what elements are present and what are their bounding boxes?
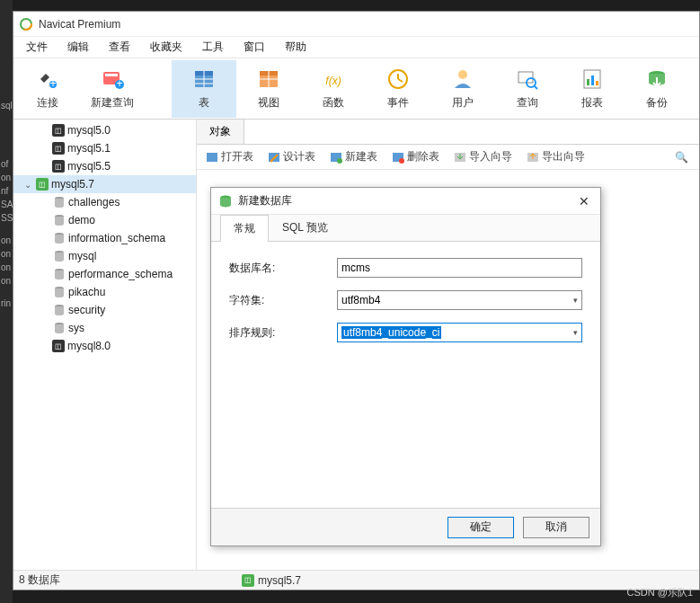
new-database-dialog: 新建数据库 ✕ 常规 SQL 预览 数据库名: 字符集: utf8mb4 ▾ 排…: [210, 187, 601, 546]
status-connection: mysql5.7: [258, 574, 301, 587]
dialog-titlebar[interactable]: 新建数据库 ✕: [211, 188, 600, 215]
dialog-ok-button[interactable]: 确定: [447, 517, 514, 538]
fx-icon: f(x): [321, 67, 346, 92]
menu-help[interactable]: 帮助: [276, 37, 315, 58]
export-icon: [527, 151, 539, 164]
database-icon: [53, 232, 66, 244]
collapse-icon[interactable]: ⌄: [22, 180, 33, 190]
connection-icon: ◫: [52, 124, 65, 137]
database-icon: [53, 322, 66, 334]
tree-conn-mysql50[interactable]: ◫mysql5.0: [13, 121, 196, 139]
tree-db-performance-schema[interactable]: performance_schema: [13, 265, 196, 283]
toolbar-event[interactable]: 事件: [366, 60, 430, 118]
tree-db-mysql[interactable]: mysql: [13, 247, 196, 265]
toolbar-connect[interactable]: + 连接: [15, 60, 80, 118]
select-charset[interactable]: utf8mb4 ▾: [337, 290, 582, 310]
btn-open-table[interactable]: 打开表: [202, 147, 257, 166]
chevron-down-icon: ▾: [573, 296, 578, 305]
backup-icon: [644, 67, 669, 92]
search-icon[interactable]: 🔍: [675, 151, 694, 164]
label-db-name: 数据库名:: [229, 261, 337, 276]
menu-edit[interactable]: 编辑: [58, 37, 98, 58]
dialog-body: 数据库名: 字符集: utf8mb4 ▾ 排序规则: utf8mb4_unico…: [211, 242, 600, 508]
connection-active-icon: ◫: [242, 574, 254, 587]
menu-tools[interactable]: 工具: [193, 37, 233, 58]
database-icon: [53, 196, 66, 208]
connection-icon: ◫: [52, 340, 65, 352]
select-collation[interactable]: utf8mb4_unicode_ci ▾: [337, 323, 582, 342]
btn-export-wizard[interactable]: 导出向导: [523, 147, 589, 166]
database-icon: [218, 194, 233, 208]
window-title: Navicat Premium: [39, 18, 120, 31]
user-icon: [450, 67, 475, 92]
toolbar-table[interactable]: 表: [172, 60, 236, 118]
tree-conn-mysql80[interactable]: ◫mysql8.0: [13, 337, 196, 355]
dialog-tab-general[interactable]: 常规: [220, 215, 269, 242]
label-charset: 字符集:: [229, 293, 337, 308]
btn-new-table[interactable]: 新建表: [326, 147, 381, 166]
tree-conn-mysql55[interactable]: ◫mysql5.5: [13, 157, 196, 175]
label-collation: 排序规则:: [229, 325, 337, 341]
open-table-icon: [206, 151, 218, 164]
database-icon: [53, 286, 66, 298]
tree-db-challenges[interactable]: challenges: [13, 193, 196, 211]
menu-file[interactable]: 文件: [17, 37, 57, 58]
tree-db-security[interactable]: security: [13, 301, 196, 319]
svg-line-24: [534, 85, 537, 89]
svg-line-20: [398, 79, 403, 82]
toolbar-user[interactable]: 用户: [430, 60, 495, 118]
menu-window[interactable]: 窗口: [235, 37, 274, 58]
input-db-name[interactable]: [337, 258, 582, 278]
btn-delete-table[interactable]: 删除表: [388, 147, 443, 166]
menu-favorites[interactable]: 收藏夹: [141, 37, 191, 58]
delete-table-icon: [392, 151, 404, 164]
navicat-logo-icon: [19, 17, 33, 31]
tree-db-pikachu[interactable]: pikachu: [13, 283, 196, 301]
tree-db-sys[interactable]: sys: [13, 319, 196, 337]
toolbar-new-query[interactable]: + 新建查询: [80, 60, 145, 118]
database-icon: [53, 304, 66, 316]
watermark: CSDN @乐队1: [626, 586, 693, 599]
new-query-icon: +: [100, 67, 125, 92]
svg-rect-5: [105, 74, 118, 76]
svg-text:+: +: [49, 77, 56, 90]
connection-icon: ◫: [52, 142, 65, 155]
toolbar-query[interactable]: 查询: [495, 60, 560, 118]
svg-point-21: [458, 70, 467, 79]
tree-db-demo[interactable]: demo: [13, 211, 196, 229]
btn-design-table[interactable]: 设计表: [264, 147, 319, 166]
dialog-close-button[interactable]: ✕: [575, 192, 593, 210]
connection-tree[interactable]: ◫mysql5.0 ◫mysql5.1 ◫mysql5.5 ⌄◫mysql5.7…: [13, 120, 197, 570]
content-toolbar: 打开表 设计表 新建表 删除表 导入向导 导出向导 🔍: [197, 145, 699, 170]
content-tab-objects[interactable]: 对象: [197, 120, 244, 144]
status-db-count: 8 数据库: [19, 572, 60, 588]
plug-icon: +: [35, 67, 60, 92]
svg-point-41: [337, 158, 342, 164]
connection-icon: ◫: [52, 160, 65, 173]
dialog-title: 新建数据库: [238, 193, 575, 208]
dialog-tab-sql-preview[interactable]: SQL 预览: [269, 214, 341, 241]
dialog-footer: 确定 取消: [211, 508, 600, 545]
toolbar: + 连接 + 新建查询 表 视图 f(x) 函数 事件 用户: [13, 58, 699, 120]
svg-rect-26: [587, 79, 589, 85]
database-icon: [53, 250, 66, 262]
toolbar-view[interactable]: 视图: [236, 60, 301, 118]
tree-db-information-schema[interactable]: information_schema: [13, 229, 196, 247]
svg-rect-28: [596, 81, 598, 85]
chevron-down-icon: ▾: [573, 328, 578, 337]
tree-conn-mysql57[interactable]: ⌄◫mysql5.7: [13, 175, 196, 193]
design-table-icon: [268, 151, 280, 164]
connection-active-icon: ◫: [36, 178, 49, 191]
toolbar-backup[interactable]: 备份: [625, 60, 689, 118]
menu-view[interactable]: 查看: [100, 37, 139, 58]
svg-text:f(x): f(x): [325, 75, 341, 87]
clock-icon: [385, 67, 411, 92]
database-icon: [53, 214, 66, 226]
toolbar-function[interactable]: f(x) 函数: [301, 60, 366, 118]
import-icon: [454, 151, 466, 164]
toolbar-report[interactable]: 报表: [560, 60, 625, 118]
svg-point-43: [399, 158, 404, 164]
tree-conn-mysql51[interactable]: ◫mysql5.1: [13, 139, 196, 157]
btn-import-wizard[interactable]: 导入向导: [450, 147, 516, 166]
dialog-cancel-button[interactable]: 取消: [523, 517, 589, 538]
